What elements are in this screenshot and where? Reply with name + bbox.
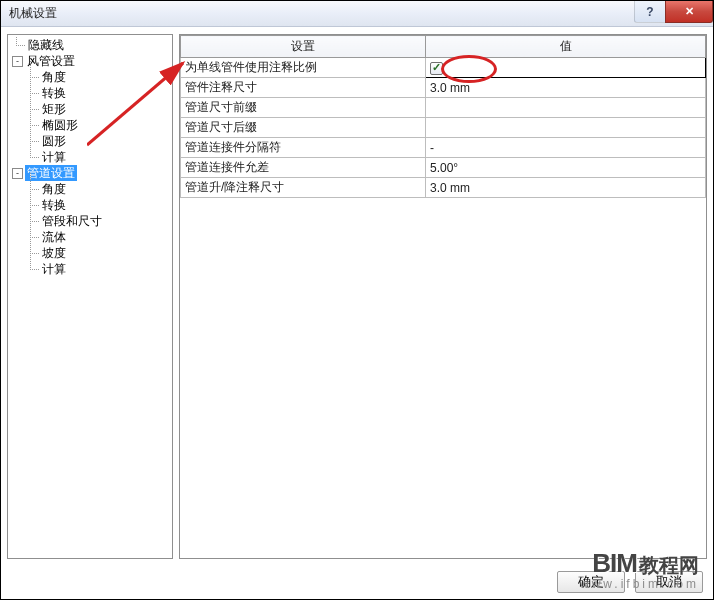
- tree-label: 隐藏线: [26, 37, 66, 53]
- footer-buttons: 确定 取消: [557, 571, 703, 593]
- setting-name: 管道尺寸后缀: [181, 118, 426, 138]
- tree-label: 计算: [40, 149, 68, 165]
- panels: 隐藏线 - 风管设置 角度 转换 矩形 椭圆形 圆形: [7, 34, 707, 559]
- checkbox-icon[interactable]: [430, 62, 443, 75]
- ok-button[interactable]: 确定: [557, 571, 625, 593]
- setting-name: 管道连接件允差: [181, 158, 426, 178]
- tree-label: 角度: [40, 181, 68, 197]
- setting-name: 管道升/降注释尺寸: [181, 178, 426, 198]
- tree-label: 椭圆形: [40, 117, 80, 133]
- close-button[interactable]: ✕: [665, 1, 713, 23]
- column-header-value[interactable]: 值: [426, 36, 706, 58]
- setting-value[interactable]: 3.0 mm: [426, 178, 706, 198]
- setting-value[interactable]: 5.00°: [426, 158, 706, 178]
- setting-value[interactable]: [426, 98, 706, 118]
- cancel-button[interactable]: 取消: [635, 571, 703, 593]
- setting-name: 为单线管件使用注释比例: [181, 58, 426, 78]
- close-icon: ✕: [685, 5, 694, 18]
- tree-label: 流体: [40, 229, 68, 245]
- settings-panel: 设置 值 为单线管件使用注释比例 管件注释尺寸: [179, 34, 707, 559]
- tree-item[interactable]: 计算: [8, 149, 172, 165]
- dialog-window: 机械设置 ? ✕ 隐藏线: [0, 0, 714, 600]
- tree-item-hidden-lines[interactable]: 隐藏线: [8, 37, 172, 53]
- setting-name: 管件注释尺寸: [181, 78, 426, 98]
- setting-name: 管道尺寸前缀: [181, 98, 426, 118]
- table-row: 管件注释尺寸 3.0 mm: [181, 78, 706, 98]
- tree-root: 隐藏线 - 风管设置 角度 转换 矩形 椭圆形 圆形: [8, 37, 172, 277]
- tree-label: 转换: [40, 85, 68, 101]
- tree-panel[interactable]: 隐藏线 - 风管设置 角度 转换 矩形 椭圆形 圆形: [7, 34, 173, 559]
- titlebar-buttons: ? ✕: [635, 1, 713, 23]
- setting-value-checkbox[interactable]: [426, 58, 706, 78]
- table-row: 管道升/降注释尺寸 3.0 mm: [181, 178, 706, 198]
- setting-name: 管道连接件分隔符: [181, 138, 426, 158]
- settings-table: 设置 值 为单线管件使用注释比例 管件注释尺寸: [180, 35, 706, 198]
- table-row: 管道尺寸后缀: [181, 118, 706, 138]
- tree-label: 坡度: [40, 245, 68, 261]
- help-icon: ?: [646, 5, 653, 19]
- titlebar: 机械设置 ? ✕: [1, 1, 713, 27]
- column-header-setting[interactable]: 设置: [181, 36, 426, 58]
- setting-value[interactable]: 3.0 mm: [426, 78, 706, 98]
- tree-label: 矩形: [40, 101, 68, 117]
- setting-value[interactable]: [426, 118, 706, 138]
- table-row: 为单线管件使用注释比例: [181, 58, 706, 78]
- collapse-toggle-icon[interactable]: -: [12, 56, 23, 67]
- window-title: 机械设置: [9, 5, 57, 22]
- tree-connector: [12, 37, 26, 53]
- table-row: 管道尺寸前缀: [181, 98, 706, 118]
- setting-value[interactable]: -: [426, 138, 706, 158]
- tree-label: 计算: [40, 261, 68, 277]
- tree-label: 圆形: [40, 133, 68, 149]
- table-row: 管道连接件允差 5.00°: [181, 158, 706, 178]
- tree-label: 转换: [40, 197, 68, 213]
- tree-label: 管段和尺寸: [40, 213, 104, 229]
- dialog-body: 隐藏线 - 风管设置 角度 转换 矩形 椭圆形 圆形: [1, 28, 713, 599]
- table-row: 管道连接件分隔符 -: [181, 138, 706, 158]
- help-button[interactable]: ?: [634, 1, 666, 23]
- tree-item[interactable]: 计算: [8, 261, 172, 277]
- tree-label: 角度: [40, 69, 68, 85]
- collapse-toggle-icon[interactable]: -: [12, 168, 23, 179]
